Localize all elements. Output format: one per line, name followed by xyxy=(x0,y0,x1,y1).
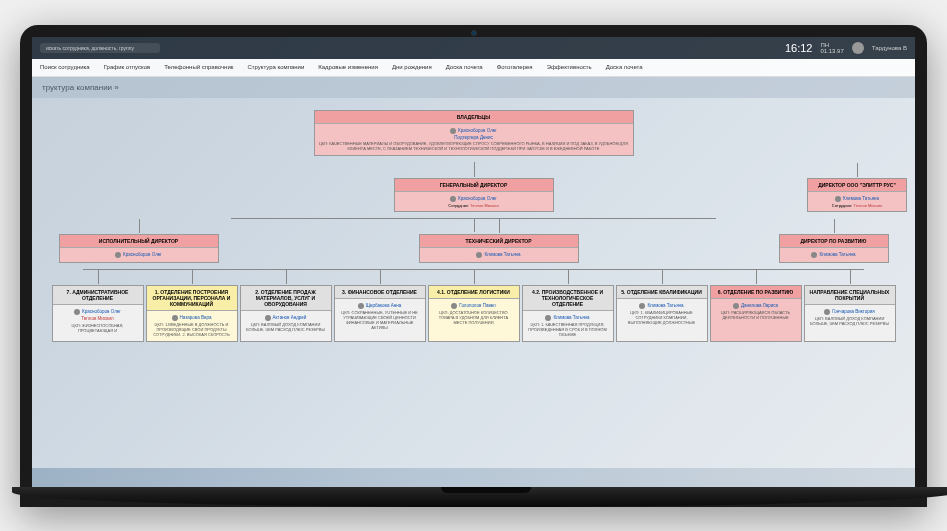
person-link[interactable]: Климова Татьяна xyxy=(527,315,609,321)
laptop-base xyxy=(12,487,947,507)
menu-gallery[interactable]: Фотогалерея xyxy=(497,64,533,70)
avatar-icon xyxy=(450,128,456,134)
node-desc: ЦКП: ВАЛОВЫЙ ДОХОД КОМПАНИИ БОЛЬШЕ, ЧЕМ … xyxy=(245,323,327,333)
avatar-icon xyxy=(172,315,178,321)
day-date: ПН01.13.97 xyxy=(820,42,843,54)
page-title: труктура компании » xyxy=(32,77,915,98)
menu-birthdays[interactable]: Дни рождения xyxy=(392,64,432,70)
clock: 16:12 xyxy=(785,42,813,54)
avatar-icon xyxy=(476,252,482,258)
node-desc: ЦКП: ВАЛОВЫЙ ДОХОД КОМПАНИИ БОЛЬШЕ, ЧЕМ … xyxy=(809,317,891,327)
node-title: 4.2. ПРОИЗВОДСТВЕННОЕ И ТЕХНОЛОГИЧЕСКОЕ … xyxy=(523,286,613,311)
node-title: 5. ОТДЕЛЕНИЕ КВАЛИФИКАЦИИ xyxy=(617,286,707,299)
menu-company-structure[interactable]: Структура компании xyxy=(247,64,304,70)
node-title: 2. ОТДЕЛЕНИЕ ПРОДАЖ МАТЕРИАЛОВ, УСЛУГ И … xyxy=(241,286,331,311)
node-title: ИСПОЛНИТЕЛЬНЫЙ ДИРЕКТОР xyxy=(60,235,218,248)
topbar: искать сотрудника, должность, группу 16:… xyxy=(32,37,915,59)
avatar-icon xyxy=(450,196,456,202)
node-dept-4-1[interactable]: 4.1. ОТДЕЛЕНИЕ ЛОГИСТИКИ Голополов Павел… xyxy=(428,285,520,341)
person-link[interactable]: Климова Татьяна xyxy=(812,196,902,202)
node-tech-director[interactable]: ТЕХНИЧЕСКИЙ ДИРЕКТОР Климова Татьяна xyxy=(419,234,579,263)
avatar-icon xyxy=(639,303,645,309)
menu-honor-board[interactable]: Доска почета xyxy=(446,64,483,70)
avatar[interactable] xyxy=(852,42,864,54)
person-link[interactable]: Красноборов Олег xyxy=(64,252,214,258)
menu-efficiency[interactable]: Эффективность xyxy=(547,64,592,70)
person-link[interactable]: Климова Татьяна xyxy=(621,303,703,309)
person-link[interactable]: Гончарова Виктория xyxy=(809,309,891,315)
node-owners[interactable]: ВЛАДЕЛЬЦЫ Красноборов Олег Подтергера Де… xyxy=(314,110,634,156)
staff-link[interactable]: Теплов Михаил xyxy=(853,203,882,208)
node-director-rus[interactable]: ДИРЕКТОР ООО "ЭлитТр РУС" Климова Татьян… xyxy=(807,178,907,212)
person-link[interactable]: Актанов Андрей xyxy=(245,315,327,321)
node-title: ДИРЕКТОР ПО РАЗВИТИЮ xyxy=(780,235,888,248)
person-link[interactable]: Красноборов Олег xyxy=(319,128,629,134)
staff-link[interactable]: Теплов Михаил xyxy=(470,203,499,208)
avatar-icon xyxy=(835,196,841,202)
avatar-icon xyxy=(265,315,271,321)
avatar-icon xyxy=(115,252,121,258)
person-link[interactable]: Климова Татьяна xyxy=(784,252,884,258)
menu-employee-search[interactable]: Поиск сотрудника xyxy=(40,64,90,70)
node-dept-3[interactable]: 3. ФИНАНСОВОЕ ОТДЕЛЕНИЕ Щербакова АннаЦК… xyxy=(334,285,426,341)
menu-vacation-schedule[interactable]: График отпусков xyxy=(104,64,151,70)
node-dept-6[interactable]: 6. ОТДЕЛЕНИЕ ПО РАЗВИТИЮ Данилова Лариса… xyxy=(710,285,802,341)
node-desc: ЦКП: ЖИЗНЕСПОСОБНАЯ, ПРОЦВЕТАЮЩАЯ И xyxy=(57,324,139,334)
node-desc: ЦКП: КАЧЕСТВЕННЫЕ МАТЕРИАЛЫ И ОБОРУДОВАН… xyxy=(319,142,629,152)
node-dept-7[interactable]: 7. АДМИНИСТРАТИВНОЕ ОТДЕЛЕНИЕ Красноборо… xyxy=(52,285,144,341)
node-title: 7. АДМИНИСТРАТИВНОЕ ОТДЕЛЕНИЕ xyxy=(53,286,143,305)
person-link[interactable]: Красноборов Олег xyxy=(57,309,139,315)
avatar-icon xyxy=(358,303,364,309)
menubar: Поиск сотрудника График отпусков Телефон… xyxy=(32,59,915,77)
node-title: ТЕХНИЧЕСКИЙ ДИРЕКТОР xyxy=(420,235,578,248)
person-link[interactable]: Данилова Лариса xyxy=(715,303,797,309)
node-title: 6. ОТДЕЛЕНИЕ ПО РАЗВИТИЮ xyxy=(711,286,801,299)
avatar-icon xyxy=(824,309,830,315)
avatar-icon xyxy=(74,309,80,315)
org-chart[interactable]: ВЛАДЕЛЬЦЫ Красноборов Олег Подтергера Де… xyxy=(32,98,915,468)
person-link[interactable]: Красноборов Олег xyxy=(399,196,549,202)
node-dept-4-2[interactable]: 4.2. ПРОИЗВОДСТВЕННОЕ И ТЕХНОЛОГИЧЕСКОЕ … xyxy=(522,285,614,341)
staff-link[interactable]: Теплов Михаил xyxy=(57,316,139,322)
node-title: ГЕНЕРАЛЬНЫЙ ДИРЕКТОР xyxy=(395,179,553,192)
avatar-icon xyxy=(545,315,551,321)
node-desc: ЦКП: 1.ВВЕДЁННЫЕ В ДОЛЖНОСТЬ И ПРОИЗВОДЯ… xyxy=(151,323,233,337)
node-desc: ЦКП: 1. КВАЛИФИЦИРОВАННЫЕ СОТРУДНИКИ КОМ… xyxy=(621,311,703,325)
node-dept-1[interactable]: 1. ОТДЕЛЕНИЕ ПОСТРОЕНИЯ ОРГАНИЗАЦИИ, ПЕР… xyxy=(146,285,238,341)
camera-dot xyxy=(471,30,477,36)
node-dev-director[interactable]: ДИРЕКТОР ПО РАЗВИТИЮ Климова Татьяна xyxy=(779,234,889,263)
node-title: 3. ФИНАНСОВОЕ ОТДЕЛЕНИЕ xyxy=(335,286,425,299)
person-link[interactable]: Назарова Вера xyxy=(151,315,233,321)
search-input[interactable]: искать сотрудника, должность, группу xyxy=(40,43,160,53)
screen: искать сотрудника, должность, группу 16:… xyxy=(32,37,915,487)
node-desc: ЦКП: ДОСТАТОЧНОЕ КОЛИЧЕСТВО ТОВАРА В УДО… xyxy=(433,311,515,325)
laptop-frame: искать сотрудника, должность, группу 16:… xyxy=(20,25,927,507)
node-dept-coatings[interactable]: НАПРАВЛЕНИЕ СПЕЦИАЛЬНЫХ ПОКРЫТИЙ Гончаро… xyxy=(804,285,896,341)
node-exec-director[interactable]: ИСПОЛНИТЕЛЬНЫЙ ДИРЕКТОР Красноборов Олег xyxy=(59,234,219,263)
avatar-icon xyxy=(811,252,817,258)
person-link[interactable]: Климова Татьяна xyxy=(424,252,574,258)
avatar-icon xyxy=(733,303,739,309)
node-title: ВЛАДЕЛЬЦЫ xyxy=(315,111,633,124)
avatar-icon xyxy=(451,303,457,309)
menu-phone-directory[interactable]: Телефонный справочник xyxy=(164,64,233,70)
node-title: ДИРЕКТОР ООО "ЭлитТр РУС" xyxy=(808,179,906,192)
node-title: НАПРАВЛЕНИЕ СПЕЦИАЛЬНЫХ ПОКРЫТИЙ xyxy=(805,286,895,305)
node-title: 4.1. ОТДЕЛЕНИЕ ЛОГИСТИКИ xyxy=(429,286,519,299)
node-desc: ЦКП: РАСШИРЯЮЩАЯСЯ ОБЛАСТЬ ДЕЯТЕЛЬНОСТИ … xyxy=(715,311,797,321)
node-ceo[interactable]: ГЕНЕРАЛЬНЫЙ ДИРЕКТОР Красноборов Олег Со… xyxy=(394,178,554,212)
menu-honor-board-2[interactable]: Доска почета xyxy=(606,64,643,70)
node-desc: ЦКП: СОХРАНЁННЫЕ, УЧТЁННЫЕ И НЕ УТРАЧИВА… xyxy=(339,311,421,330)
node-desc: ЦКП: 1. КАЧЕСТВЕННАЯ ПРОДУКЦИЯ, ПРОИЗВЕД… xyxy=(527,323,609,337)
node-title: 1. ОТДЕЛЕНИЕ ПОСТРОЕНИЯ ОРГАНИЗАЦИИ, ПЕР… xyxy=(147,286,237,311)
person-link[interactable]: Голополов Павел xyxy=(433,303,515,309)
menu-hr-changes[interactable]: Кадровые изменения xyxy=(318,64,378,70)
person-link[interactable]: Щербакова Анна xyxy=(339,303,421,309)
user-name[interactable]: Тардунова В xyxy=(872,45,907,51)
node-dept-2[interactable]: 2. ОТДЕЛЕНИЕ ПРОДАЖ МАТЕРИАЛОВ, УСЛУГ И … xyxy=(240,285,332,341)
person-link[interactable]: Подтергера Денис xyxy=(319,135,629,141)
node-dept-5[interactable]: 5. ОТДЕЛЕНИЕ КВАЛИФИКАЦИИ Климова Татьян… xyxy=(616,285,708,341)
laptop-notch xyxy=(441,487,531,493)
